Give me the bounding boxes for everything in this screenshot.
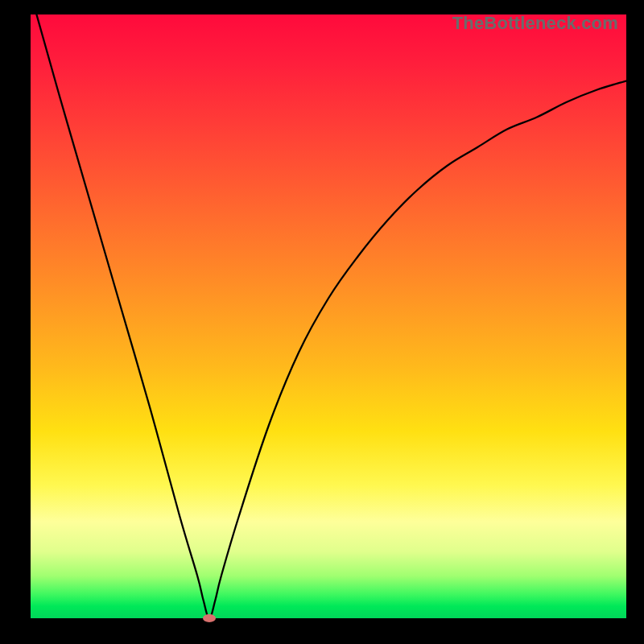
bottleneck-curve-path bbox=[36, 14, 626, 618]
optimum-marker bbox=[203, 614, 216, 622]
line-chart bbox=[31, 14, 626, 618]
plot-area: TheBottleneck.com bbox=[31, 14, 626, 618]
chart-frame: TheBottleneck.com bbox=[0, 0, 644, 644]
